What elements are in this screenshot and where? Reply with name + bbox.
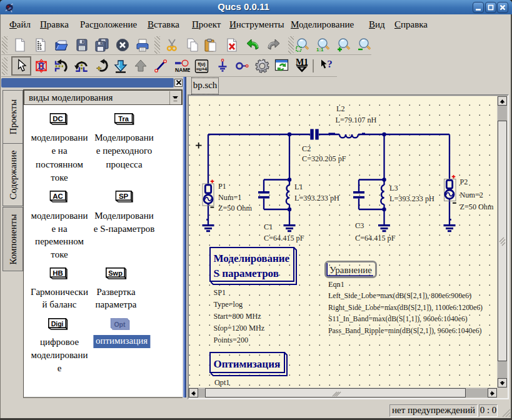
svg-text:C3: C3 — [355, 221, 364, 230]
svg-text:Left_Side_Lobe=max(dB(S[2,1]),: Left_Side_Lobe=max(dB(S[2,1]), 800e6:900… — [328, 291, 471, 300]
svg-text:S11_In_Band=max(dB(S[1,1]), 96: S11_In_Band=max(dB(S[1,1]), 960e6:1040e6… — [328, 314, 468, 323]
svg-text:AC: AC — [53, 192, 63, 199]
svg-text:Swp: Swp — [108, 269, 123, 277]
svg-text:Eqn1: Eqn1 — [328, 280, 344, 289]
svg-text:Оптимизация: Оптимизация — [214, 358, 281, 370]
svg-text:L=79.107 nH: L=79.107 nH — [336, 116, 377, 124]
svg-text:NAME: NAME — [175, 67, 190, 73]
svg-text:Points=200: Points=200 — [214, 336, 249, 344]
svg-text:Z=50 Ohm: Z=50 Ohm — [460, 202, 494, 211]
svg-text:SP1: SP1 — [214, 288, 226, 297]
svg-text:Stop=1200 MHz: Stop=1200 MHz — [214, 324, 265, 332]
svg-text:Start=800 MHz: Start=800 MHz — [214, 312, 262, 321]
svg-text:DC: DC — [53, 115, 63, 122]
svg-text:P1: P1 — [218, 182, 226, 191]
svg-text:Opt: Opt — [114, 320, 126, 328]
svg-text:Уравнение: Уравнение — [329, 265, 372, 275]
svg-text:L=393.233 pH: L=393.233 pH — [389, 194, 434, 203]
svg-text:C1: C1 — [264, 222, 273, 231]
svg-text:Tra: Tra — [119, 115, 129, 122]
svg-text:L=393.233 pH: L=393.233 pH — [294, 194, 339, 202]
svg-text:C=320.205 pF: C=320.205 pF — [302, 154, 346, 163]
svg-text:L2: L2 — [336, 104, 345, 113]
svg-text:=u+4: =u+4 — [196, 66, 208, 72]
svg-text:HB: HB — [53, 269, 63, 277]
svg-text:C2: C2 — [302, 144, 311, 153]
svg-text:Right_Side_Lobe=max(dB(S[2,1]): Right_Side_Lobe=max(dB(S[2,1]), 1100e6:1… — [328, 303, 483, 312]
svg-text:L1: L1 — [294, 182, 303, 191]
svg-text:SP: SP — [119, 192, 129, 199]
svg-text:S параметров: S параметров — [214, 268, 279, 279]
svg-text:Pass_Band_Ripple=min(dB(S[2,1]: Pass_Band_Ripple=min(dB(S[2,1]), 960e6:1… — [328, 326, 482, 335]
svg-text:C=64.415 pF: C=64.415 pF — [264, 234, 304, 242]
svg-text:Opt1: Opt1 — [214, 378, 229, 387]
svg-text:Z=50 Ohm: Z=50 Ohm — [218, 204, 252, 212]
svg-text:L3: L3 — [389, 184, 398, 192]
svg-text:Моделирование: Моделирование — [214, 252, 290, 264]
svg-text:Digi: Digi — [51, 319, 64, 327]
svg-text:Num=1: Num=1 — [218, 193, 241, 202]
svg-text:Num=2: Num=2 — [460, 191, 483, 199]
svg-text:Type=log: Type=log — [214, 300, 243, 309]
svg-text:?: ? — [327, 58, 333, 70]
svg-text:P2: P2 — [460, 178, 468, 186]
svg-text:1:1: 1:1 — [316, 47, 324, 52]
svg-text:C=64.415 pF: C=64.415 pF — [355, 234, 396, 242]
